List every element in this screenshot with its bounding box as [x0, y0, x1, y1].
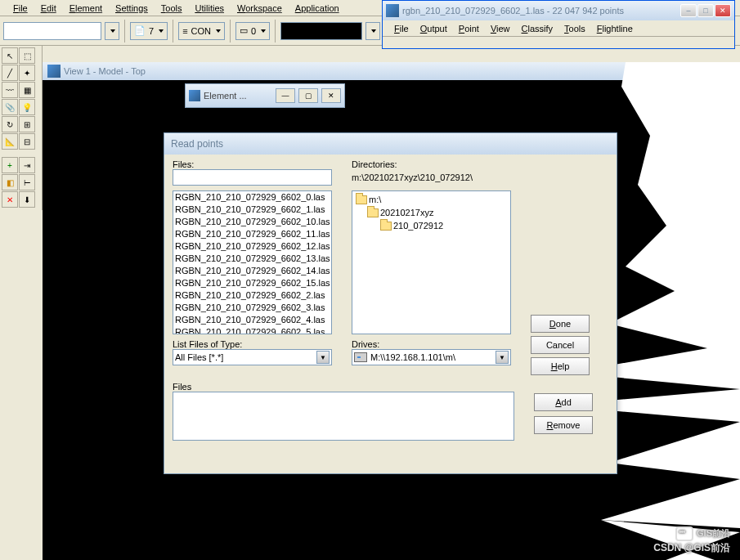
dir-level2[interactable]: 210_072912: [354, 219, 509, 232]
menu-file[interactable]: File: [7, 2, 34, 15]
tool-align-icon[interactable]: ⊞: [19, 116, 35, 132]
close-icon[interactable]: ✕: [715, 4, 731, 17]
linestyle-selector[interactable]: ≡CON: [178, 22, 225, 40]
tool-smartline-icon[interactable]: 〰: [2, 82, 18, 98]
element-icon: [189, 90, 200, 101]
tool-extend-icon[interactable]: ⇥: [19, 157, 35, 173]
chat-icon: [675, 526, 693, 541]
file-item[interactable]: RGBN_210_210_072929_6602_15.las: [173, 277, 331, 289]
tool-add-icon[interactable]: +: [2, 157, 18, 173]
points-window: rgbn_210_210_072929_6602_1.las - 22 047 …: [382, 0, 735, 49]
menu-edit[interactable]: Edit: [34, 2, 63, 15]
tool-delete-icon[interactable]: ✕: [2, 191, 18, 208]
menu-element[interactable]: Element: [63, 2, 109, 15]
drive-icon: [354, 352, 367, 362]
added-files-listbox[interactable]: [173, 392, 514, 441]
tool-modify-icon[interactable]: ◧: [2, 174, 18, 190]
tool-attach-icon[interactable]: 📎: [2, 99, 18, 115]
pmenu-tools[interactable]: Tools: [559, 23, 590, 34]
element-dock[interactable]: Element ... — ▢ ✕: [185, 83, 345, 108]
tool-point-icon[interactable]: ✦: [19, 65, 35, 81]
file-item[interactable]: RGBN_210_210_072929_6602_13.las: [173, 253, 331, 265]
weight-selector[interactable]: ▭0: [235, 22, 270, 40]
menu-settings[interactable]: Settings: [109, 2, 155, 15]
tool-select-icon[interactable]: ↖: [2, 47, 18, 64]
tool-rotate-icon[interactable]: ↻: [2, 116, 18, 132]
drives-label: Drives:: [352, 339, 511, 349]
points-menubar: File Output Point View Classify Tools Fl…: [383, 20, 734, 37]
directory-tree[interactable]: m:\ 20210217xyz 210_072912: [352, 190, 511, 334]
dock-close-icon[interactable]: ✕: [321, 88, 341, 103]
dock-minimize-icon[interactable]: —: [276, 88, 295, 103]
watermark: GIS前沿 CSDN @GIS前沿: [653, 526, 730, 555]
folder-open-icon: [367, 208, 379, 217]
tool-light-icon[interactable]: 💡: [19, 99, 35, 115]
drives-combo[interactable]: M:\\192.168.1.101\m\ ▼: [352, 349, 511, 365]
dir-root[interactable]: m:\: [354, 193, 509, 206]
divider: [173, 20, 173, 43]
file-item[interactable]: RGBN_210_210_072929_6602_11.las: [173, 228, 331, 240]
toolbar-dropdown-arrow[interactable]: [105, 22, 119, 40]
dialog-titlebar[interactable]: Read points: [164, 133, 617, 155]
tool-palette: ↖⬚ ╱✦ 〰▦ 📎💡 ↻⊞ 📐⊟ +⇥ ◧⊢ ✕⬇: [0, 46, 43, 210]
done-button[interactable]: Done: [531, 315, 590, 333]
remove-button[interactable]: Remove: [534, 416, 593, 434]
folder-open-icon: [380, 222, 392, 231]
element-dock-title: Element ...: [204, 91, 272, 101]
file-item[interactable]: RGBN_210_210_072929_6602_0.las: [173, 191, 331, 204]
file-type-combo[interactable]: All Files [*.*] ▼: [173, 349, 332, 365]
pmenu-flightline[interactable]: Flightline: [592, 23, 638, 34]
chevron-down-icon[interactable]: ▼: [316, 351, 330, 364]
file-item[interactable]: RGBN_210_210_072929_6602_4.las: [173, 314, 331, 326]
file-type-value: All Files [*.*]: [175, 352, 223, 362]
color-dropdown[interactable]: [366, 22, 380, 40]
pmenu-classify[interactable]: Classify: [517, 23, 558, 34]
directories-label: Directories:: [352, 159, 511, 169]
read-points-dialog: Read points Files: RGBN_210_210_072929_6…: [164, 132, 617, 474]
tool-measure-icon[interactable]: 📐: [2, 133, 18, 150]
folder-open-icon: [356, 195, 367, 204]
color-selector[interactable]: [280, 22, 362, 40]
file-item[interactable]: RGBN_210_210_072929_6602_1.las: [173, 204, 331, 216]
tool-trim-icon[interactable]: ⊢: [19, 174, 35, 190]
points-window-title: rgbn_210_210_072929_6602_1.las - 22 047 …: [402, 6, 677, 16]
dir-level1[interactable]: 20210217xyz: [354, 206, 509, 219]
tool-drop-icon[interactable]: ⬇: [19, 191, 35, 208]
view-title-text: View 1 - Model - Top: [64, 66, 146, 76]
dock-restore-icon[interactable]: ▢: [298, 88, 318, 103]
maximize-icon[interactable]: □: [697, 4, 714, 17]
menu-workspace[interactable]: Workspace: [231, 2, 289, 15]
list-type-label: List Files of Type:: [173, 339, 332, 349]
help-button[interactable]: Help: [531, 357, 590, 375]
divider: [230, 20, 231, 43]
tool-fence-icon[interactable]: ⬚: [19, 47, 35, 64]
files-label: Files:: [173, 159, 332, 169]
pmenu-view[interactable]: View: [486, 23, 515, 34]
toolbar-text-input[interactable]: [3, 22, 101, 40]
pmenu-file[interactable]: File: [389, 23, 414, 34]
file-item[interactable]: RGBN_210_210_072929_6602_10.las: [173, 216, 331, 228]
pmenu-point[interactable]: Point: [454, 23, 484, 34]
files-listbox[interactable]: RGBN_210_210_072929_6602_0.las RGBN_210_…: [173, 190, 332, 334]
points-window-titlebar[interactable]: rgbn_210_210_072929_6602_1.las - 22 047 …: [383, 1, 734, 20]
layer-selector[interactable]: 📄7: [130, 22, 168, 40]
pmenu-output[interactable]: Output: [415, 23, 452, 34]
menu-tools[interactable]: Tools: [155, 2, 189, 15]
file-item[interactable]: RGBN_210_210_072929_6602_12.las: [173, 240, 331, 253]
file-item[interactable]: RGBN_210_210_072929_6602_5.las: [173, 326, 331, 334]
menu-application[interactable]: Application: [289, 2, 346, 15]
tool-line-icon[interactable]: ╱: [2, 65, 18, 81]
view-icon: [47, 65, 61, 78]
app-icon: [386, 4, 399, 17]
file-item[interactable]: RGBN_210_210_072929_6602_3.las: [173, 302, 331, 314]
cancel-button[interactable]: Cancel: [531, 336, 590, 354]
tool-grid-icon[interactable]: ⊟: [19, 133, 35, 150]
file-item[interactable]: RGBN_210_210_072929_6602_14.las: [173, 265, 331, 277]
menu-utilities[interactable]: Utilities: [189, 2, 231, 15]
tool-pattern-icon[interactable]: ▦: [19, 82, 35, 98]
minimize-icon[interactable]: –: [680, 4, 697, 17]
filename-input[interactable]: [173, 169, 332, 186]
file-item[interactable]: RGBN_210_210_072929_6602_2.las: [173, 289, 331, 302]
add-button[interactable]: Add: [534, 393, 593, 411]
chevron-down-icon[interactable]: ▼: [496, 351, 509, 364]
